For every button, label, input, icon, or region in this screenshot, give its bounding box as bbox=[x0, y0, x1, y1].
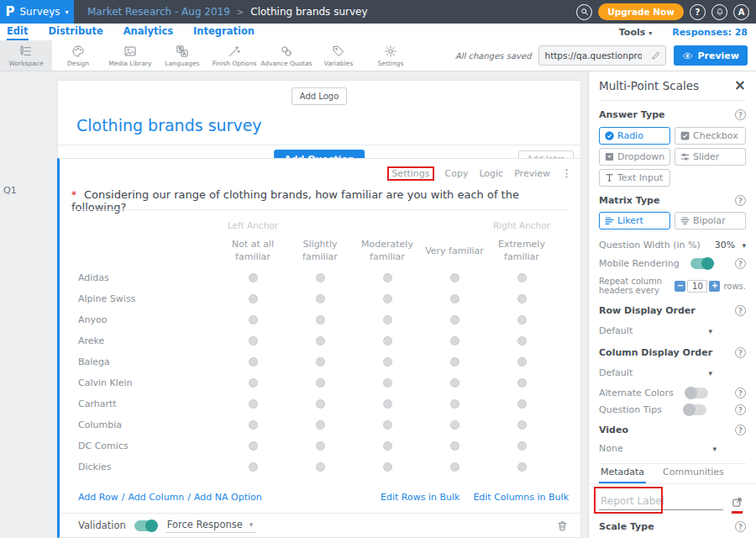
radio-option[interactable] bbox=[450, 294, 459, 303]
video-select[interactable]: None ▾ bbox=[599, 443, 717, 454]
tab-communities[interactable]: Communities bbox=[661, 463, 726, 483]
answer-type-option-slider[interactable]: Slider bbox=[675, 148, 746, 166]
radio-option[interactable] bbox=[316, 420, 325, 430]
row-display-order-select[interactable]: Default ▾ bbox=[599, 325, 712, 336]
validation-type-dropdown[interactable]: Force Response ▾ bbox=[165, 519, 257, 533]
help-icon[interactable]: ? bbox=[735, 388, 746, 398]
radio-option[interactable] bbox=[383, 315, 392, 324]
radio-option[interactable] bbox=[316, 441, 325, 451]
radio-option[interactable] bbox=[249, 357, 258, 367]
radio-option[interactable] bbox=[383, 273, 392, 282]
help-icon[interactable]: ? bbox=[735, 347, 746, 358]
nav-tab-analytics[interactable]: Analytics bbox=[123, 24, 173, 40]
radio-option[interactable] bbox=[450, 336, 459, 345]
add-na-option-link[interactable]: Add NA Option bbox=[194, 492, 262, 503]
tools-menu[interactable]: Tools ▾ bbox=[619, 27, 652, 38]
question-tips-toggle[interactable] bbox=[684, 404, 706, 415]
column-display-order-select[interactable]: Default ▾ bbox=[599, 367, 712, 378]
question-action-copy[interactable]: Copy bbox=[445, 168, 469, 179]
toolbar-item-finish-options[interactable]: Finish Options bbox=[208, 40, 260, 71]
radio-option[interactable] bbox=[316, 357, 325, 367]
radio-option[interactable] bbox=[249, 399, 258, 409]
toolbar-item-advance-quotas[interactable]: Advance Quotas bbox=[260, 40, 312, 71]
radio-option[interactable] bbox=[517, 315, 527, 324]
chevron-down-icon[interactable]: ▾ bbox=[742, 241, 746, 250]
validation-toggle[interactable] bbox=[134, 520, 157, 531]
radio-option[interactable] bbox=[316, 336, 325, 345]
answer-type-option-text-input[interactable]: Text Input bbox=[599, 169, 670, 187]
toolbar-item-design[interactable]: Design bbox=[52, 40, 104, 71]
question-width-value[interactable]: 30% bbox=[715, 240, 735, 251]
radio-option[interactable] bbox=[383, 357, 392, 367]
breadcrumb-parent[interactable]: Market Research - Aug 2019 bbox=[87, 6, 230, 18]
radio-option[interactable] bbox=[450, 357, 459, 367]
nav-tab-integration[interactable]: Integration bbox=[193, 24, 255, 40]
radio-option[interactable] bbox=[517, 357, 527, 367]
radio-option[interactable] bbox=[316, 315, 325, 324]
surveys-menu[interactable]: P Surveys ▾ bbox=[0, 0, 74, 24]
survey-title[interactable]: Clothing brands survey bbox=[76, 116, 580, 134]
repeat-rows-value[interactable]: 10 bbox=[687, 280, 707, 293]
radio-option[interactable] bbox=[450, 378, 459, 388]
radio-option[interactable] bbox=[316, 399, 325, 409]
radio-option[interactable] bbox=[517, 378, 527, 388]
answer-type-option-checkbox[interactable]: Checkbox bbox=[675, 127, 746, 145]
add-row-link[interactable]: Add Row bbox=[78, 492, 118, 503]
radio-option[interactable] bbox=[517, 273, 527, 282]
radio-option[interactable] bbox=[450, 273, 459, 282]
tab-metadata[interactable]: Metadata bbox=[599, 463, 646, 483]
toolbar-item-workspace[interactable]: Workspace bbox=[0, 40, 52, 71]
radio-option[interactable] bbox=[517, 420, 527, 430]
upgrade-now-button[interactable]: Upgrade Now bbox=[598, 3, 684, 20]
mobile-rendering-toggle[interactable] bbox=[690, 258, 713, 269]
radio-option[interactable] bbox=[249, 441, 258, 451]
minus-button[interactable]: − bbox=[675, 281, 685, 292]
answer-type-option-radio[interactable]: Radio bbox=[599, 127, 670, 145]
search-icon[interactable] bbox=[576, 4, 592, 20]
answer-type-option-dropdown[interactable]: Dropdown bbox=[599, 148, 670, 166]
radio-option[interactable] bbox=[450, 420, 459, 430]
radio-option[interactable] bbox=[383, 441, 392, 451]
add-logo-button[interactable]: Add Logo bbox=[291, 87, 348, 105]
radio-option[interactable] bbox=[316, 294, 325, 303]
radio-option[interactable] bbox=[249, 315, 258, 324]
radio-option[interactable] bbox=[383, 294, 392, 303]
account-avatar[interactable]: A bbox=[733, 4, 749, 20]
help-icon[interactable]: ? bbox=[735, 109, 746, 120]
radio-option[interactable] bbox=[316, 273, 325, 282]
help-icon[interactable]: ? bbox=[735, 258, 746, 269]
radio-option[interactable] bbox=[517, 294, 527, 303]
plus-button[interactable]: + bbox=[709, 281, 720, 292]
radio-option[interactable] bbox=[383, 399, 392, 409]
radio-option[interactable] bbox=[517, 462, 527, 472]
report-label-input[interactable] bbox=[599, 493, 723, 510]
edit-columns-in-bulk-link[interactable]: Edit Columns in Bulk bbox=[473, 492, 569, 503]
survey-url-input[interactable] bbox=[539, 50, 647, 61]
responses-count[interactable]: Responses: 28 bbox=[672, 27, 748, 38]
question-action-settings[interactable]: Settings bbox=[387, 166, 433, 181]
alternate-colors-toggle[interactable] bbox=[685, 388, 708, 398]
radio-option[interactable] bbox=[249, 336, 258, 345]
radio-option[interactable] bbox=[383, 336, 392, 345]
radio-option[interactable] bbox=[249, 420, 258, 430]
close-icon[interactable]: × bbox=[734, 78, 746, 92]
radio-option[interactable] bbox=[249, 378, 258, 388]
help-icon[interactable]: ? bbox=[735, 521, 746, 532]
delete-question-trash-icon[interactable] bbox=[556, 520, 569, 532]
open-editor-icon[interactable] bbox=[732, 497, 743, 510]
radio-option[interactable] bbox=[450, 399, 459, 409]
toolbar-item-languages[interactable]: Languages bbox=[156, 40, 208, 71]
toolbar-item-variables[interactable]: Variables bbox=[312, 40, 365, 71]
help-button[interactable]: ? bbox=[690, 4, 706, 20]
edit-url-pencil-icon[interactable] bbox=[647, 46, 665, 65]
radio-option[interactable] bbox=[450, 462, 459, 472]
question-action-logic[interactable]: Logic bbox=[479, 168, 503, 179]
radio-option[interactable] bbox=[316, 462, 325, 472]
toolbar-item-settings[interactable]: Settings bbox=[365, 40, 417, 71]
help-icon[interactable]: ? bbox=[735, 404, 746, 415]
preview-button[interactable]: Preview bbox=[674, 45, 748, 66]
matrix-type-option-bipolar[interactable]: Bipolar bbox=[675, 212, 746, 229]
toolbar-item-media-library[interactable]: Media Library bbox=[104, 40, 156, 71]
radio-option[interactable] bbox=[517, 441, 527, 451]
question-action-preview[interactable]: Preview bbox=[514, 168, 550, 179]
